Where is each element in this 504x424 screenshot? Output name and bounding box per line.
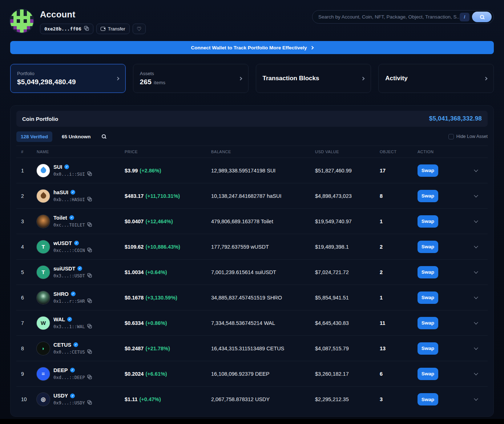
assets-card-value: 265 (140, 78, 152, 86)
coin-balance: 2,067,758.878312 USDY (211, 396, 315, 402)
coin-usd-value: $5,854,941.51 (315, 295, 380, 301)
portfolio-card-label: Portfolio (17, 71, 76, 76)
chevron-down-icon[interactable] (474, 269, 478, 273)
copy-icon[interactable] (87, 375, 92, 380)
coin-price: $3.99 (125, 168, 138, 174)
portfolio-card[interactable]: Portfolio $5,049,298,480.49 (10, 64, 126, 93)
assets-card-label: Assets (140, 71, 165, 76)
transfer-button[interactable]: Transfer (96, 24, 130, 34)
copy-icon[interactable] (84, 26, 89, 32)
chevron-down-icon[interactable] (474, 193, 478, 197)
coin-address: 0x3...1::WAL (53, 324, 85, 329)
usdy-coin-icon: ◎ (37, 393, 50, 406)
coin-name: haSUI (53, 189, 68, 195)
swap-button[interactable]: Swap (418, 393, 438, 405)
verified-badge-icon: ✓ (67, 317, 72, 322)
coin-portfolio-header: Coin Portfolio $5,041,368,332.98 (16, 111, 488, 127)
toilet-coin-icon (37, 215, 50, 228)
coin-address: 0x1...r::SHR (53, 299, 85, 304)
coin-price-change: (+10,886.43%) (145, 244, 180, 250)
coin-usd-value: $51,827,460.99 (315, 168, 380, 174)
coin-usd-value: $3,260,182.17 (315, 371, 380, 377)
coin-price-change: (+11,710.31%) (145, 193, 180, 199)
swap-button[interactable]: Swap (418, 215, 438, 228)
swap-button[interactable]: Swap (418, 368, 438, 380)
coin-usd-value: $4,645,430.83 (315, 320, 380, 326)
tab-128-verified[interactable]: 128 Verified (16, 131, 52, 142)
chevron-down-icon[interactable] (474, 168, 478, 172)
swap-button[interactable]: Swap (418, 241, 438, 253)
copy-icon[interactable] (87, 324, 92, 330)
copy-icon[interactable] (87, 248, 92, 253)
coin-object-count: 11 (380, 320, 418, 326)
chevron-down-icon[interactable] (474, 346, 478, 350)
chevron-down-icon[interactable] (474, 219, 478, 223)
copy-icon[interactable] (87, 171, 92, 177)
account-header: Account 0xe28b...ff06 Transfer (10, 0, 494, 34)
copy-icon[interactable] (87, 349, 92, 355)
coin-price-change: (+6.61%) (145, 371, 167, 377)
coin-name: Toilet (53, 215, 67, 221)
coin-price: $0.2487 (125, 346, 144, 351)
verified-badge-icon: ✓ (69, 215, 74, 220)
transaction-blocks-card[interactable]: Transaction Blocks (256, 64, 371, 93)
coin-balance: 12,989,338.595174198 SUI (211, 168, 315, 174)
portfolio-card-value: $5,049,298,480.49 (17, 78, 76, 86)
coin-name: WAL (53, 317, 65, 322)
copy-icon[interactable] (87, 222, 92, 228)
coin-address: 0x0...i::SUI (53, 172, 85, 177)
coin-balance: 7,001,239.615614 suiUSDT (211, 269, 315, 275)
copy-icon[interactable] (87, 298, 92, 304)
search-icon (102, 134, 106, 138)
row-index: 4 (21, 244, 37, 250)
connect-wallet-label: Connect Wallet to Track Portfolio More E… (191, 45, 307, 50)
global-search-bar: / (312, 10, 494, 24)
verified-badge-icon: ✓ (64, 164, 69, 169)
heart-icon: ♡ (137, 26, 141, 32)
address-chip[interactable]: 0xe28b...ff06 (40, 24, 93, 34)
summary-cards: Portfolio $5,049,298,480.49 Assets 265it… (10, 64, 494, 93)
swap-button[interactable]: Swap (418, 190, 438, 202)
account-address: 0xe28b...ff06 (44, 26, 81, 32)
connect-wallet-banner[interactable]: Connect Wallet to Track Portfolio More E… (10, 41, 494, 54)
row-index: 8 (21, 346, 37, 351)
col-price: PRICE (125, 150, 211, 154)
col-action: ACTION (418, 150, 488, 154)
swap-button[interactable]: Swap (418, 266, 438, 278)
coin-name: suiUSDT (53, 266, 75, 272)
favorite-button[interactable]: ♡ (133, 24, 146, 34)
hasui-coin-icon (37, 189, 50, 203)
copy-icon[interactable] (87, 400, 92, 406)
chevron-down-icon[interactable] (474, 244, 478, 248)
chevron-down-icon[interactable] (474, 295, 478, 299)
coin-name: wUSDT (53, 240, 72, 246)
coin-balance: 479,806,689.163778 Toilet (211, 219, 315, 224)
verified-badge-icon: ✓ (77, 266, 82, 271)
assets-card[interactable]: Assets 265items (133, 64, 249, 93)
swap-button[interactable]: Swap (418, 317, 438, 329)
copy-icon[interactable] (87, 197, 92, 203)
swap-button[interactable]: Swap (418, 342, 438, 355)
coin-object-count: 1 (380, 295, 418, 301)
chevron-down-icon[interactable] (474, 396, 478, 400)
coin-price: $0.6334 (125, 320, 144, 326)
deep-coin-icon: = (37, 367, 50, 380)
coin-name: CETUS (53, 342, 71, 348)
search-input[interactable] (318, 14, 460, 20)
coin-object-count: 1 (380, 219, 418, 224)
coin-usd-value: $7,024,721.72 (315, 269, 380, 275)
portfolio-search-icon[interactable] (102, 134, 106, 139)
suiusdt-coin-icon: T (37, 266, 50, 279)
coin-balance: 16,108,096.92379 DEEP (211, 371, 315, 377)
copy-icon[interactable] (87, 273, 92, 279)
swap-button[interactable]: Swap (418, 292, 438, 304)
hide-low-asset-checkbox[interactable] (448, 134, 454, 139)
search-button[interactable] (472, 12, 492, 22)
chevron-down-icon[interactable] (474, 371, 478, 375)
swap-button[interactable]: Swap (418, 164, 438, 177)
coin-price-change: (+3,130.59%) (145, 295, 177, 301)
chevron-down-icon[interactable] (474, 320, 478, 324)
activity-card[interactable]: Activity (378, 64, 494, 93)
tab-65-unknown[interactable]: 65 Unknown (57, 131, 95, 142)
row-index: 2 (21, 193, 37, 199)
